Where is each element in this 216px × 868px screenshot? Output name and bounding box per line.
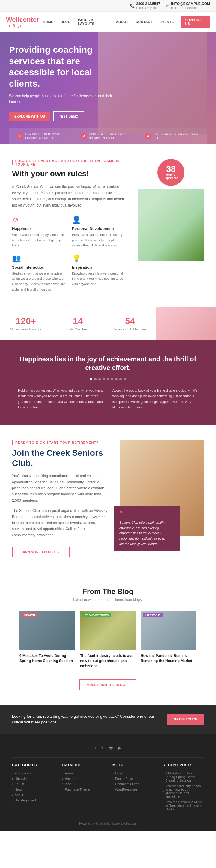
blog-card-2: Economic Times The food industry needs t…: [80, 611, 136, 672]
facebook-icon[interactable]: f: [9, 24, 10, 28]
footer-link-home[interactable]: Home: [62, 771, 104, 775]
get-in-touch-button[interactable]: Get In Touch: [167, 714, 204, 725]
dot-2[interactable]: [94, 378, 97, 380]
dot-4[interactable]: [102, 378, 105, 380]
feature-happiness: ☺ Happiness We all want to feel happy, a…: [12, 216, 66, 248]
footer-twitter-icon[interactable]: 𝕏: [101, 746, 104, 750]
nav-pages[interactable]: Pages & Layouts: [74, 13, 113, 30]
phone-number: 2800 212.5557: [136, 2, 160, 6]
feature-personal: 👤 Personal Development Personal developm…: [72, 216, 126, 248]
dot-3[interactable]: [98, 378, 101, 380]
footer-youtube-icon[interactable]: ▶: [118, 746, 121, 750]
nav-blog[interactable]: Blog: [57, 15, 74, 29]
explore-button[interactable]: Explore With Us: [9, 112, 51, 121]
footer-link-purchase[interactable]: Purchase Theme: [62, 788, 104, 791]
nav-events[interactable]: Events: [156, 15, 178, 29]
stat-members: 54 Seniors Club Members: [104, 307, 156, 340]
logo-text2: center: [20, 16, 39, 23]
dot-7[interactable]: [115, 378, 118, 380]
footer-link-wordpress[interactable]: WordPress.org: [113, 788, 154, 791]
years-badge: 38 Years OfExperience: [157, 159, 185, 186]
quote-dots: [18, 378, 198, 380]
phone-info: 📞 2800 212.5557 Call Us Anytime: [130, 2, 160, 9]
footer-link-about[interactable]: About: [12, 793, 53, 797]
dot-6[interactable]: [111, 378, 114, 380]
dot-8[interactable]: [119, 378, 122, 380]
feature-desc-3: Studies show that we are happiest when w…: [12, 271, 66, 292]
footer-col4-title: Recent Posts: [163, 763, 204, 767]
dot-9[interactable]: [124, 378, 126, 380]
footer-link-lifestyle[interactable]: Lifestyle: [12, 777, 53, 780]
learn-more-button[interactable]: Learn More About Us →: [12, 547, 70, 557]
about-headline: With your own rules!: [12, 169, 126, 178]
blog-title-3[interactable]: How the Pandemic Rush Is Remaking the Ho…: [141, 653, 196, 663]
quote-headline: Happiness lies in the joy of achievement…: [18, 355, 198, 372]
nav-contact[interactable]: Contact: [132, 15, 156, 29]
footer-link-login[interactable]: Login: [113, 771, 154, 775]
blog-content-3: How the Pandemic Rush Is Remaking the Ho…: [141, 650, 196, 667]
stats-left: 120+ Motivational Trainings 14 Life Coac…: [0, 307, 156, 340]
join-section: Ready to kick-start your retirement? Joi…: [0, 425, 216, 572]
stat-num-2: 14: [58, 316, 98, 326]
email-sub: Mail Us For Support: [171, 6, 198, 9]
footer-link-comments[interactable]: Comments Feed: [113, 782, 154, 786]
footer-bottom-text: Powered by Fotobar from www.fotobar.com: [79, 822, 137, 825]
quote-content: Hold on to your values. What you find tr…: [18, 388, 198, 410]
footer-link-footer-feed[interactable]: Footer Feed: [113, 777, 154, 780]
footer-link-forum[interactable]: Forum: [12, 782, 53, 786]
stats-row: 120+ Motivational Trainings 14 Life Coac…: [0, 307, 216, 340]
blog-grid: Health 6 Mistakes To Avoid During Spring…: [12, 611, 204, 672]
twitter-icon[interactable]: 𝕏: [12, 24, 15, 28]
footer-col2-title: Catalog: [62, 763, 104, 767]
hero-buttons: Explore With Us Test Demo: [9, 111, 117, 121]
test-demo-button[interactable]: Test Demo: [53, 111, 84, 121]
footer-top: Categories Promotions Lifestyle Forum Ne…: [12, 763, 204, 813]
email-icon: ✉: [166, 4, 169, 8]
join-quote-box: " Seniors Club offers high quality, affo…: [114, 506, 180, 551]
nav-home[interactable]: Home: [39, 15, 57, 29]
cta-section: Looking for a fun, rewarding way to get …: [0, 705, 216, 734]
blog-title-2[interactable]: The food industry needs to act now to cu…: [80, 653, 136, 668]
join-para2: The Seniors Club, a non-profit organizat…: [12, 507, 108, 538]
footer-link-blog[interactable]: Blog: [62, 782, 104, 786]
nav-about[interactable]: About: [113, 15, 132, 29]
main-nav: Wellcenter f 𝕏 g+ Home Blog Pages & Layo…: [0, 12, 216, 32]
quote-col1: Hold on to your values. What you find tr…: [18, 388, 103, 410]
footer-recent-3[interactable]: How the Pandemic Rush Is Remaking the Ho…: [163, 800, 204, 811]
footer-link-about-us[interactable]: About Us: [62, 777, 104, 780]
stats-image: [156, 307, 216, 340]
footer-col-catalog: Catalog Home About Us Blog Purchase Them…: [62, 763, 104, 813]
dot-1[interactable]: [90, 378, 92, 380]
blog-card-1: Health 6 Mistakes To Avoid During Spring…: [20, 611, 75, 672]
footer-col1-title: Categories: [12, 763, 53, 767]
blog-tag-1: Health: [22, 613, 37, 617]
blog-more: More From The Blog →: [12, 679, 204, 690]
about-label: Engage at every age and play different g…: [12, 159, 126, 166]
feature-title-3: Social Interaction: [12, 265, 66, 270]
blog-content-1: 6 Mistakes To Avoid During Spring Home C…: [20, 650, 75, 667]
more-blog-button[interactable]: More From The Blog →: [80, 679, 136, 690]
footer-link-news[interactable]: News: [12, 788, 53, 791]
footer-bottom: Powered by Fotobar from www.fotobar.com: [12, 822, 204, 825]
footer-col-categories: Categories Promotions Lifestyle Forum Ne…: [12, 763, 53, 813]
footer-col3-title: Meta: [113, 763, 154, 767]
gplus-icon[interactable]: g+: [18, 24, 22, 28]
social-icon: 👥: [12, 254, 66, 262]
join-left: Ready to kick-start your retirement? Joi…: [12, 440, 108, 557]
footer-link-promotions[interactable]: Promotions: [12, 771, 53, 775]
footer-link-uncategorized[interactable]: Uncategorized: [12, 799, 53, 802]
footer-recent-1[interactable]: 6 Mistakes To Avoid During Spring Home C…: [163, 771, 204, 782]
blog-card-3: Lifestyle How the Pandemic Rush Is Remak…: [141, 611, 196, 672]
blog-title-1[interactable]: 6 Mistakes To Avoid During Spring Home C…: [20, 653, 75, 663]
support-button[interactable]: Support Us: [181, 16, 210, 28]
dot-5[interactable]: [107, 378, 109, 380]
email-info: ✉ INFO@EXAMPLE.COM Mail Us For Support: [166, 2, 210, 9]
join-headline: Join the Creek Seniors Club.: [12, 448, 108, 468]
footer-instagram-icon[interactable]: 📷: [109, 746, 114, 750]
footer-recent-2[interactable]: The food industry needs to act now to cu…: [163, 784, 204, 799]
blog-tag-2: Economic Times: [83, 613, 111, 617]
footer-facebook-icon[interactable]: f: [95, 746, 96, 750]
phone-sub: Call Us Anytime: [136, 6, 157, 9]
about-right: 38 Years OfExperience: [138, 159, 204, 292]
happiness-icon: ☺: [12, 216, 66, 224]
